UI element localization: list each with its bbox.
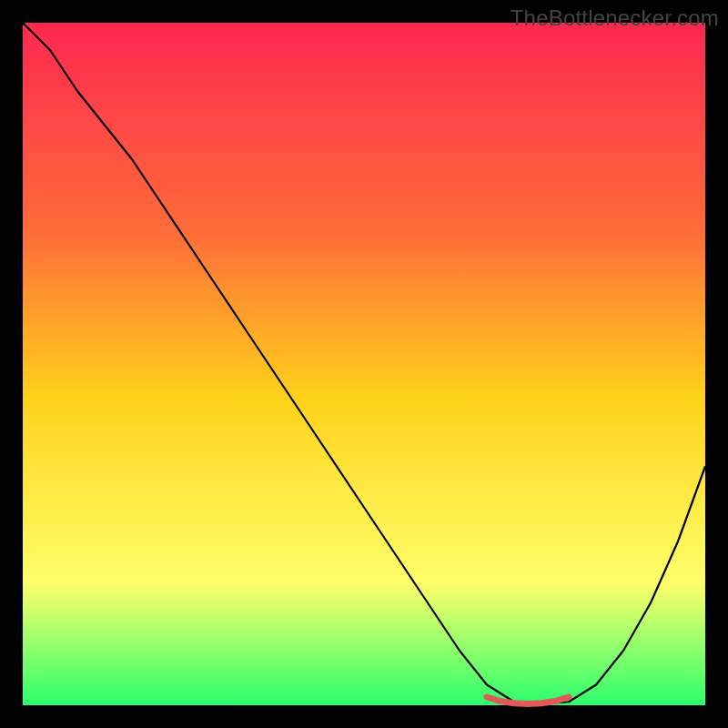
watermark-text: TheBottleneсker.com <box>511 5 719 31</box>
chart-plot-area <box>23 23 705 705</box>
gradient-bg <box>23 23 705 705</box>
chart-container: TheBottleneсker.com <box>0 0 728 728</box>
